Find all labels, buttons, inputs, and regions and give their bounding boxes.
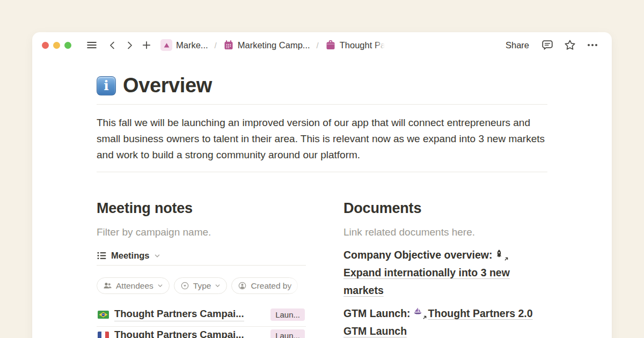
chevron-down-icon xyxy=(215,283,221,289)
briefcase-icon xyxy=(325,40,336,50)
sidebar-menu-button[interactable] xyxy=(84,38,99,53)
plus-icon xyxy=(141,40,152,50)
page-title-row: i Overview xyxy=(97,74,547,97)
brazil-flag xyxy=(98,311,109,319)
chevron-right-icon xyxy=(125,40,135,50)
breadcrumb-item-thought-partners[interactable]: Thought Pa xyxy=(323,39,387,52)
history-navigation xyxy=(105,38,154,53)
share-button[interactable]: Share xyxy=(502,38,532,53)
meetings-view-label: Meetings xyxy=(111,251,150,261)
people-icon xyxy=(103,281,112,290)
window-toolbar: Marke... / Marketing Camp... / Thought P… xyxy=(32,32,612,58)
meeting-notes-description: Filter by campaign name. xyxy=(97,225,306,240)
favorite-button[interactable] xyxy=(562,38,577,53)
breadcrumb-label: Thought Pa xyxy=(340,40,385,50)
link-arrow-icon xyxy=(422,314,428,320)
triangle-icon xyxy=(160,39,172,51)
filter-chip-created-by[interactable]: Created by xyxy=(231,277,298,294)
campaign-tag: Laun... xyxy=(270,308,305,321)
documents-description: Link related documents here. xyxy=(343,225,547,240)
documents-heading: Documents xyxy=(343,199,547,217)
person-circle-icon xyxy=(238,281,247,290)
breadcrumb-separator: / xyxy=(316,41,319,50)
breadcrumb: Marke... / Marketing Camp... / Thought P… xyxy=(158,38,387,52)
breadcrumb-label: Marketing Camp... xyxy=(238,40,310,50)
document-label: Company Objective overview: xyxy=(343,249,492,261)
chevron-down-icon xyxy=(157,283,163,289)
chevron-down-icon xyxy=(154,253,160,259)
select-circle-icon xyxy=(180,281,189,290)
breadcrumb-separator: / xyxy=(214,41,217,50)
title-divider xyxy=(97,104,547,105)
traffic-lights xyxy=(42,42,71,49)
page-title: Overview xyxy=(123,74,212,97)
forward-button[interactable] xyxy=(122,38,137,53)
filter-chip-type[interactable]: Type xyxy=(174,277,228,294)
france-flag xyxy=(98,332,109,338)
sailboat-icon xyxy=(413,307,427,319)
campaign-tag: Laun... xyxy=(270,329,305,338)
breadcrumb-item-workspace[interactable]: Marke... xyxy=(158,38,210,52)
comments-button[interactable] xyxy=(540,38,555,53)
hamburger-icon xyxy=(86,39,98,51)
more-options-button[interactable] xyxy=(585,38,600,53)
meeting-title-link[interactable]: Thought Partners Campai... xyxy=(114,308,244,321)
document-item: GTM Launch:Thought Partners 2.0 GTM Laun… xyxy=(343,305,547,338)
intro-divider xyxy=(97,172,547,172)
document-link[interactable]: Expand internationally into 3 new market… xyxy=(343,267,510,296)
comment-bubble-icon xyxy=(541,39,554,52)
new-page-button[interactable] xyxy=(139,38,154,53)
back-button[interactable] xyxy=(105,38,120,53)
view-tab-divider xyxy=(97,265,306,266)
filter-chip-attendees[interactable]: Attendees xyxy=(97,277,170,294)
information-emoji: i xyxy=(97,76,116,95)
page-content: i Overview This fall we will be launchin… xyxy=(32,58,612,338)
filter-chips-row: Attendees Type xyxy=(97,277,306,294)
bulleted-list-icon xyxy=(97,251,107,261)
intro-paragraph: This fall we will be launching an improv… xyxy=(97,115,547,163)
meeting-notes-heading: Meeting notes xyxy=(97,199,306,217)
meeting-row[interactable]: Thought Partners Campai... Laun... xyxy=(97,306,306,327)
filter-chip-label: Attendees xyxy=(116,281,153,291)
meeting-notes-column: Meeting notes Filter by campaign name. M… xyxy=(97,199,306,338)
document-item: Company Objective overview:Expand intern… xyxy=(343,246,547,299)
ellipsis-icon xyxy=(586,39,599,52)
meetings-list: Thought Partners Campai... Laun... Thoug… xyxy=(97,306,306,338)
zoom-window-button[interactable] xyxy=(64,42,71,49)
chevron-left-icon xyxy=(107,40,118,50)
document-label: GTM Launch: xyxy=(343,307,411,319)
breadcrumb-label: Marke... xyxy=(176,40,208,50)
meetings-view-tab[interactable]: Meetings xyxy=(97,251,306,265)
documents-column: Documents Link related documents here. C… xyxy=(343,199,547,338)
meeting-row[interactable]: Thought Partners Campai... Laun... xyxy=(97,327,306,338)
breadcrumb-item-marketing-campaigns[interactable]: Marketing Camp... xyxy=(221,39,312,52)
star-icon xyxy=(564,39,576,52)
filter-chip-label: Created by xyxy=(251,281,291,291)
close-window-button[interactable] xyxy=(42,42,49,49)
link-arrow-icon xyxy=(503,256,509,262)
notion-window: Marke... / Marketing Camp... / Thought P… xyxy=(32,32,612,338)
meeting-title-link[interactable]: Thought Partners Campai... xyxy=(114,329,244,338)
topbar-actions: Share xyxy=(502,38,600,53)
calendar-icon xyxy=(223,40,234,50)
rocket-icon xyxy=(494,248,508,260)
minimize-window-button[interactable] xyxy=(53,42,60,49)
filter-chip-label: Type xyxy=(193,281,211,291)
two-column-layout: Meeting notes Filter by campaign name. M… xyxy=(97,199,547,338)
